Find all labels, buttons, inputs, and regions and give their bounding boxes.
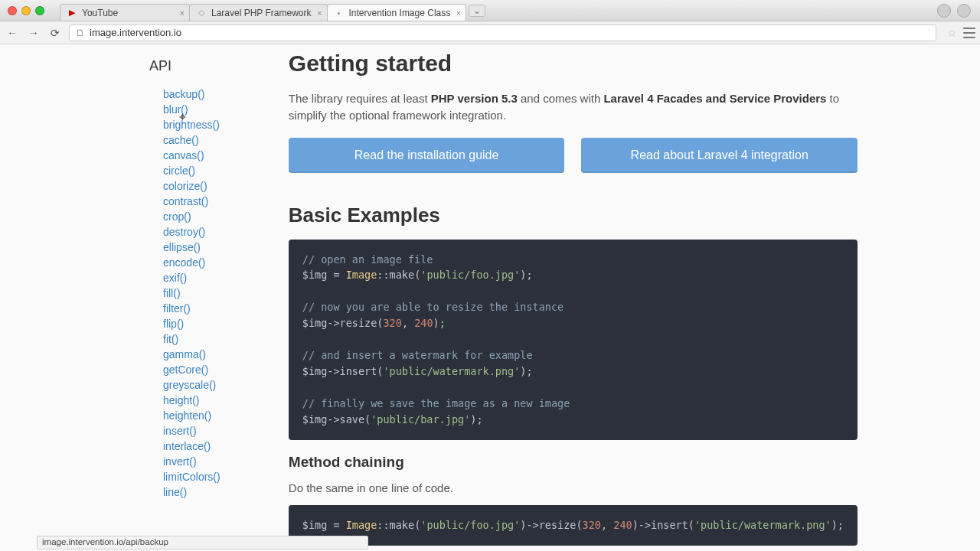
code-comment: // open an image file [302,253,433,266]
chaining-description: Do the same in one line of code. [289,481,858,494]
sidebar-heading: API [149,58,289,74]
code-string: 'public/watermark.png' [383,365,520,377]
code-string: 'public/bar.jpg' [371,413,470,425]
laravel-integration-button[interactable]: Read about Laravel 4 integration [581,138,858,173]
api-link-gamma[interactable]: gamma() [163,348,206,360]
address-bar-row: ← → ⟳ 🗋 image.intervention.io ☆ [0,21,980,44]
traffic-lights [8,6,44,15]
tab-laravel[interactable]: ◇ Laravel PHP Framework × [189,4,328,21]
api-link-heighten[interactable]: heighten() [163,409,211,422]
forward-button[interactable]: → [26,25,41,41]
code-text: $img = [302,269,346,281]
api-link-getcore[interactable]: getCore() [163,364,208,376]
code-class: Image [346,269,377,281]
api-link-fit[interactable]: fit() [163,333,178,345]
page-title: Getting started [289,51,858,77]
youtube-icon: ▶ [67,8,77,18]
api-method-list: backup() blur() brightness() cache() can… [149,88,289,498]
subheading-chaining: Method chaining [289,454,858,471]
api-link-limitcolors[interactable]: limitColors() [163,471,220,483]
code-text: )->resize( [520,519,582,531]
close-icon[interactable]: × [456,8,461,18]
code-number: 320 [583,519,601,531]
api-link-ellipse[interactable]: ellipse() [163,241,201,253]
api-link-filter[interactable]: filter() [163,302,191,315]
code-text: ); [831,519,844,531]
api-link-height[interactable]: height() [163,394,199,406]
api-link-exif[interactable]: exif() [163,272,187,284]
api-link-fill[interactable]: fill() [163,287,181,299]
tab-youtube[interactable]: ▶ YouTube × [60,4,190,21]
code-class: Image [346,519,377,531]
api-link-greyscale[interactable]: greyscale() [163,379,216,391]
tab-intervention[interactable]: • Intervention Image Class × [327,4,467,21]
code-comment: // finally we save the image as a new im… [302,397,570,409]
api-link-line[interactable]: line() [163,486,187,498]
install-guide-button[interactable]: Read the installation guide [289,138,565,173]
extension-icon[interactable] [937,4,951,18]
api-link-invert[interactable]: invert() [163,455,197,468]
api-link-flip[interactable]: flip() [163,318,184,330]
code-text: , [402,317,414,329]
url-text: image.intervention.io [90,27,181,38]
bookmark-star-icon[interactable]: ☆ [947,27,957,39]
code-text: ); [520,269,532,281]
status-bar-link-preview: image.intervention.io/api/backup [37,536,368,549]
code-text: $img->insert( [302,365,384,377]
reload-button[interactable]: ⟳ [47,25,63,41]
api-link-destroy[interactable]: destroy() [163,226,205,238]
code-text: ::make( [377,519,420,531]
lead-text: and comes with [518,92,604,105]
hamburger-menu-icon[interactable] [963,28,975,38]
code-text: $img->resize( [302,317,384,329]
code-comment: // and insert a watermark for example [302,349,533,361]
code-comment: // now you are able to resize the instan… [302,301,564,313]
page-icon: • [334,8,345,18]
code-string: 'public/foo.jpg' [420,519,520,531]
api-link-cache[interactable]: cache() [163,134,199,146]
code-number: 240 [613,519,632,531]
close-window-button[interactable] [8,6,17,15]
main-content: Getting started The library requires at … [289,44,980,545]
api-link-insert[interactable]: insert() [163,425,197,437]
page-icon: ◇ [196,8,207,18]
api-link-canvas[interactable]: canvas() [163,149,204,161]
api-link-circle[interactable]: circle() [163,165,195,177]
api-link-encode[interactable]: encode() [163,256,205,269]
api-link-crop[interactable]: crop() [163,210,191,223]
tab-label: Intervention Image Class [349,8,451,18]
close-icon[interactable]: × [180,8,185,18]
code-block-chaining: $img = Image::make('public/foo.jpg')->re… [289,505,858,546]
page-body: API backup() blur() brightness() cache()… [0,44,980,545]
lead-paragraph: The library requires at least PHP versio… [289,90,858,124]
code-text: ); [520,365,532,377]
zoom-window-button[interactable] [35,6,44,15]
browser-tabs: ▶ YouTube × ◇ Laravel PHP Framework × • … [60,0,485,21]
new-tab-button[interactable]: ⌄ [469,5,485,17]
api-link-colorize[interactable]: colorize() [163,180,207,192]
tab-label: YouTube [82,8,118,18]
code-text: )->insert( [632,519,694,531]
address-bar[interactable]: 🗋 image.intervention.io [69,24,936,41]
code-string: 'public/foo.jpg' [420,269,520,281]
section-heading-examples: Basic Examples [289,204,858,227]
code-text: , [601,519,613,531]
minimize-window-button[interactable] [21,6,31,15]
cta-buttons: Read the installation guide Read about L… [289,138,858,173]
api-link-blur[interactable]: blur() [163,103,188,116]
api-link-backup[interactable]: backup() [163,88,204,100]
code-text: ::make( [377,269,420,281]
api-link-brightness[interactable]: brightness() [163,119,220,131]
api-link-interlace[interactable]: interlace() [163,440,211,452]
profile-icon[interactable] [957,4,971,18]
lead-text: The library requires at least [289,92,431,105]
tab-label: Laravel PHP Framework [211,8,312,18]
code-text: ); [470,413,482,425]
php-version: PHP version 5.3 [431,92,518,105]
site-info-icon[interactable]: 🗋 [76,28,85,38]
api-link-contrast[interactable]: contrast() [163,195,208,207]
close-icon[interactable]: × [317,8,322,18]
code-text: $img = [302,519,346,531]
back-button[interactable]: ← [5,25,20,41]
code-text: ); [433,317,446,329]
